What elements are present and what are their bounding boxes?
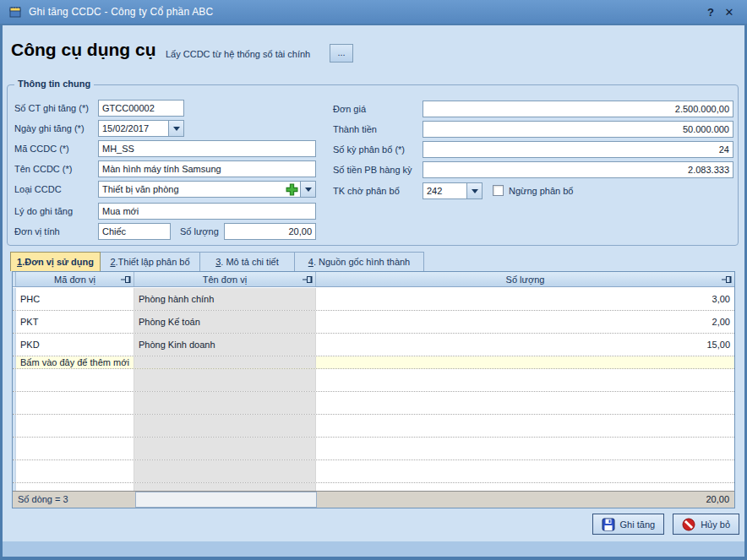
add-new-row[interactable]: Bấm vào đây để thêm mới bbox=[13, 356, 734, 369]
tab-mo-ta-chi-tiet[interactable]: 3. Mô tả chi tiết bbox=[200, 252, 295, 271]
empty-row bbox=[13, 460, 734, 483]
tab-nguon-goc-hinh-thanh[interactable]: 4. Nguồn gốc hình thành bbox=[295, 252, 424, 271]
loai-ccdc-combo[interactable]: Thiết bị văn phòng bbox=[98, 181, 316, 198]
ten-label: Tên CCDC (*) bbox=[14, 160, 72, 177]
general-info-group: Thông tin chung Số CT ghi tăng (*) GTCC0… bbox=[7, 84, 739, 246]
title-bar: Ghi tăng CCDC - Công ty Cổ phần ABC ? ✕ bbox=[0, 0, 747, 24]
units-grid: Mã đơn vị Tên đơn vị S bbox=[12, 271, 735, 508]
dvt-input[interactable]: Chiếc bbox=[98, 223, 171, 240]
tkcho-label: TK chờ phân bổ bbox=[333, 182, 400, 199]
table-row[interactable]: PKD Phòng Kinh doanh 15,00 bbox=[13, 334, 734, 356]
tk-cho-combo[interactable]: 242 bbox=[423, 182, 483, 199]
dvt-label: Đơn vị tính bbox=[14, 223, 60, 240]
ngay-label: Ngày ghi tăng (*) bbox=[14, 120, 85, 137]
browse-button[interactable]: ... bbox=[330, 44, 353, 63]
pin-icon[interactable] bbox=[303, 275, 313, 284]
sotienpb-input[interactable]: 2.083.333 bbox=[423, 161, 733, 178]
so-ct-label: Số CT ghi tăng (*) bbox=[14, 100, 89, 117]
thanhtien-label: Thành tiền bbox=[333, 121, 377, 138]
table-row[interactable]: PKT Phòng Kế toán 2,00 bbox=[13, 311, 734, 334]
ngung-phan-bo-checkbox[interactable] bbox=[493, 185, 504, 196]
sotienpb-label: Số tiền PB hàng kỳ bbox=[333, 161, 412, 178]
quantity-total: 20,00 bbox=[317, 492, 734, 508]
help-icon[interactable]: ? bbox=[701, 6, 720, 19]
soky-label: Số kỳ phân bổ (*) bbox=[333, 141, 405, 158]
date-input[interactable]: 15/02/2017 bbox=[98, 120, 184, 137]
grid-summary-row: Số dòng = 3 20,00 bbox=[13, 491, 734, 508]
pin-icon[interactable] bbox=[722, 275, 732, 284]
tk-dropdown-icon[interactable] bbox=[466, 183, 482, 198]
ma-ccdc-input[interactable]: MH_SS bbox=[98, 140, 316, 157]
empty-row bbox=[13, 415, 734, 438]
cancel-icon bbox=[682, 518, 695, 531]
tab-thiet-lap-phan-bo[interactable]: 2.Thiết lập phân bổ bbox=[101, 252, 200, 271]
lydo-input[interactable]: Mua mới bbox=[98, 203, 316, 220]
footer-buttons: Ghi tăng Hủy bỏ bbox=[592, 514, 739, 535]
pin-icon[interactable] bbox=[121, 275, 131, 284]
page-title: Công cụ dụng cụ bbox=[11, 40, 155, 60]
loai-label: Loại CCDC bbox=[14, 181, 62, 198]
empty-row bbox=[13, 369, 734, 392]
thanhtien-input[interactable]: 50.000.000 bbox=[423, 121, 733, 138]
tab-don-vi-su-dung[interactable]: 1.Đơn vị sử dụng bbox=[10, 252, 101, 271]
lydo-label: Lý do ghi tăng bbox=[14, 203, 73, 220]
soluong-input[interactable]: 20,00 bbox=[224, 223, 316, 240]
window-icon bbox=[8, 5, 22, 19]
loai-dropdown-icon[interactable] bbox=[300, 182, 315, 197]
grid-body: PHC Phòng hành chính 3,00 PKT Phòng Kế t… bbox=[13, 288, 734, 491]
empty-row bbox=[13, 392, 734, 415]
save-button[interactable]: Ghi tăng bbox=[592, 514, 665, 535]
dongia-label: Đơn giá bbox=[333, 101, 366, 117]
dialog-content: Công cụ dụng cụ Lấy CCDC từ hệ thống sổ … bbox=[3, 25, 744, 541]
empty-row bbox=[13, 483, 734, 491]
save-icon bbox=[602, 518, 615, 531]
soluong-label: Số lượng bbox=[180, 223, 219, 240]
column-header-so-luong[interactable]: Số lượng bbox=[316, 272, 734, 286]
status-bar bbox=[3, 541, 744, 557]
table-row[interactable]: PHC Phòng hành chính 3,00 bbox=[13, 288, 734, 311]
row-count-label: Số dòng = 3 bbox=[13, 492, 135, 508]
column-header-ten-don-vi[interactable]: Tên đơn vị bbox=[134, 272, 316, 286]
cancel-button[interactable]: Hủy bỏ bbox=[673, 514, 739, 535]
dongia-input[interactable]: 2.500.000,00 bbox=[423, 101, 733, 117]
ma-label: Mã CCDC (*) bbox=[14, 140, 69, 157]
app-window: Ghi tăng CCDC - Công ty Cổ phần ABC ? ✕ … bbox=[0, 0, 747, 560]
close-icon[interactable]: ✕ bbox=[720, 6, 739, 19]
empty-row bbox=[13, 438, 734, 460]
add-category-icon[interactable] bbox=[286, 183, 298, 196]
ten-ccdc-input[interactable]: Màn hình máy tính Samsung bbox=[98, 160, 316, 177]
window-title: Ghi tăng CCDC - Công ty Cổ phần ABC bbox=[29, 6, 213, 18]
summary-mid-cell bbox=[135, 492, 317, 508]
soky-input[interactable]: 24 bbox=[423, 141, 733, 158]
grid-header: Mã đơn vị Tên đơn vị S bbox=[13, 272, 734, 287]
so-ct-input[interactable]: GTCC00002 bbox=[98, 100, 184, 117]
fetch-ccdc-label: Lấy CCDC từ hệ thống sổ tài chính bbox=[166, 49, 310, 59]
tab-strip: 1.Đơn vị sử dụng 2.Thiết lập phân bổ 3. … bbox=[10, 252, 424, 271]
ngung-phan-bo-label: Ngừng phân bổ bbox=[509, 182, 573, 199]
column-header-ma-don-vi[interactable]: Mã đơn vị bbox=[16, 272, 134, 286]
group-title: Thông tin chung bbox=[14, 79, 94, 89]
date-dropdown-icon[interactable] bbox=[168, 121, 183, 136]
